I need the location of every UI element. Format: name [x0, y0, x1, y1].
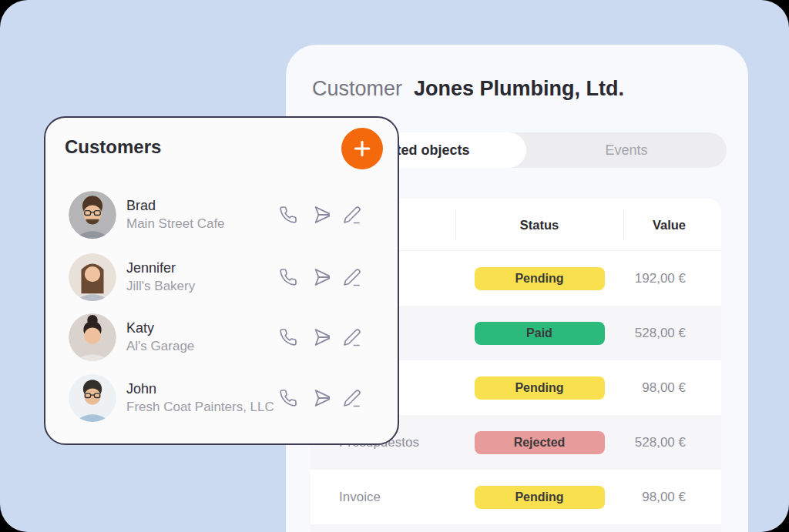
value-cell: 528,00 € [623, 306, 721, 360]
status-badge: Paid [475, 322, 605, 345]
table-row-partial [311, 524, 721, 532]
customer-company: Al's Garage [126, 339, 194, 354]
table-row[interactable]: Invoice Pending 98,00 € [311, 470, 721, 524]
customer-company: Jill's Bakery [126, 279, 195, 294]
value-cell: 98,00 € [623, 360, 721, 415]
column-header-value: Value [623, 199, 721, 251]
page-title: CustomerJones Plumbing, Ltd. [312, 77, 624, 101]
customer-name: John [126, 381, 274, 397]
status-badge: Pending [475, 267, 605, 290]
customer-title-label: Customer [312, 77, 402, 100]
object-name-cell: Invoice [339, 470, 381, 524]
avatar [69, 191, 116, 239]
phone-icon[interactable] [277, 204, 299, 226]
status-badge: Rejected [475, 431, 605, 454]
customer-list-item[interactable]: Brad Main Street Cafe [45, 191, 398, 239]
value-cell: 528,00 € [623, 415, 721, 470]
phone-icon[interactable] [277, 326, 299, 348]
edit-icon[interactable] [341, 266, 363, 288]
avatar [69, 253, 116, 301]
status-badge: Pending [475, 376, 605, 400]
customer-list-item[interactable]: John Fresh Coat Painters, LLC [45, 374, 398, 422]
app-canvas: CustomerJones Plumbing, Ltd. Related obj… [0, 0, 789, 532]
value-cell: 98,00 € [623, 470, 721, 524]
phone-icon[interactable] [277, 266, 299, 288]
send-icon[interactable] [309, 266, 331, 288]
edit-icon[interactable] [341, 326, 363, 348]
customer-list-item[interactable]: Katy Al's Garage [45, 313, 398, 361]
edit-icon[interactable] [341, 387, 363, 409]
avatar [69, 374, 116, 422]
add-customer-button[interactable] [341, 128, 383, 169]
send-icon[interactable] [309, 204, 331, 226]
customer-name: Katy [126, 320, 194, 336]
plus-icon [351, 138, 373, 159]
send-icon[interactable] [309, 387, 331, 409]
edit-icon[interactable] [341, 204, 363, 226]
send-icon[interactable] [309, 326, 331, 348]
column-header-status: Status [455, 199, 623, 251]
customers-heading: Customers [65, 136, 161, 158]
avatar [69, 313, 116, 361]
customer-list-item[interactable]: Jennifer Jill's Bakery [45, 253, 398, 301]
customer-name: Brad [126, 198, 225, 214]
customers-card: Customers B [44, 116, 399, 445]
value-cell: 192,00 € [623, 251, 721, 306]
customer-name: Jones Plumbing, Ltd. [414, 77, 624, 100]
customer-company: Fresh Coat Painters, LLC [126, 400, 274, 415]
status-badge: Pending [475, 486, 605, 509]
phone-icon[interactable] [277, 387, 299, 409]
customer-company: Main Street Cafe [126, 216, 225, 232]
customer-name: Jennifer [126, 260, 195, 276]
tab-events[interactable]: Events [526, 132, 727, 168]
